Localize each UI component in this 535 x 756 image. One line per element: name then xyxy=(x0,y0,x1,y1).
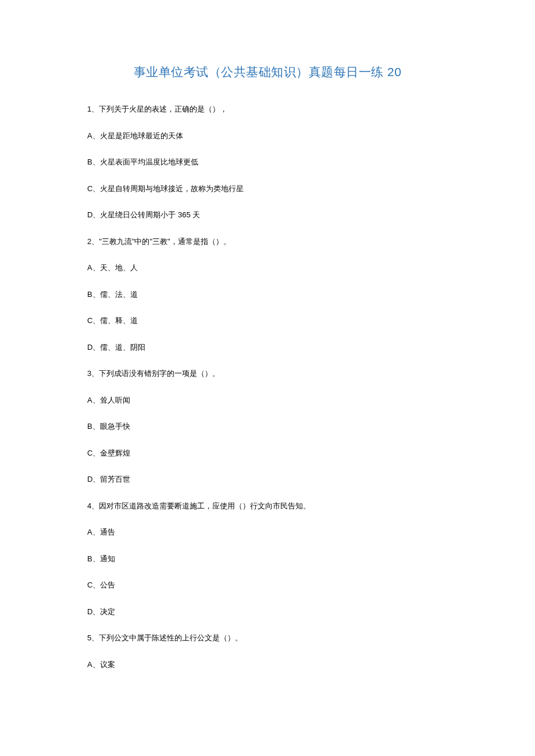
question-2: 2、"三教九流"中的"三教"，通常是指（）。 A、天、地、人 B、儒、法、道 C… xyxy=(87,236,448,353)
option-b: B、儒、法、道 xyxy=(87,289,448,300)
option-b: B、火星表面平均温度比地球更低 xyxy=(87,156,448,168)
option-c: C、公告 xyxy=(87,579,448,591)
question-stem: 4、因对市区道路改造需要断道施工，应使用（）行文向市民告知。 xyxy=(87,500,448,512)
option-b: B、通知 xyxy=(87,553,448,565)
option-c: C、儒、释、道 xyxy=(87,315,448,327)
option-d: D、火星绕日公转周期小于 365 天 xyxy=(87,209,448,221)
option-a: A、火星是距地球最近的天体 xyxy=(87,130,448,142)
option-c: C、金壁辉煌 xyxy=(87,447,448,459)
option-d: D、决定 xyxy=(87,606,448,618)
question-4: 4、因对市区道路改造需要断道施工，应使用（）行文向市民告知。 A、通告 B、通知… xyxy=(87,500,448,618)
document-title: 事业单位考试（公共基础知识）真题每日一练 20 xyxy=(87,64,448,80)
question-3: 3、下列成语没有错别字的一项是（）。 A、耸人听闻 B、眼急手快 C、金壁辉煌 … xyxy=(87,368,448,485)
option-a: A、耸人听闻 xyxy=(87,395,448,406)
option-a: A、议案 xyxy=(87,659,448,671)
question-stem: 1、下列关于火星的表述，正确的是（）， xyxy=(87,103,448,115)
option-a: A、天、地、人 xyxy=(87,262,448,274)
question-stem: 2、"三教九流"中的"三教"，通常是指（）。 xyxy=(87,236,448,248)
question-1: 1、下列关于火星的表述，正确的是（）， A、火星是距地球最近的天体 B、火星表面… xyxy=(87,103,448,221)
question-stem: 3、下列成语没有错别字的一项是（）。 xyxy=(87,368,448,379)
option-d: D、留芳百世 xyxy=(87,474,448,485)
option-c: C、火星自转周期与地球接近，故称为类地行星 xyxy=(87,183,448,195)
option-d: D、儒、道、阴阳 xyxy=(87,342,448,353)
option-b: B、眼急手快 xyxy=(87,421,448,432)
question-5: 5、下列公文中属于陈述性的上行公文是（）。 A、议案 xyxy=(87,632,448,670)
question-stem: 5、下列公文中属于陈述性的上行公文是（）。 xyxy=(87,632,448,644)
option-a: A、通告 xyxy=(87,526,448,538)
